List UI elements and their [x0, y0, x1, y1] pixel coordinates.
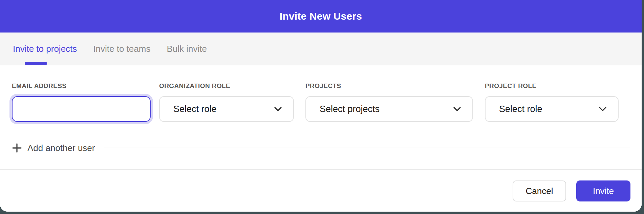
projects-value: Select projects — [320, 104, 380, 114]
cancel-button[interactable]: Cancel — [513, 180, 566, 201]
add-another-user-button[interactable]: Add another user — [12, 143, 95, 153]
tab-invite-to-teams[interactable]: Invite to teams — [93, 44, 150, 54]
project-role-select[interactable]: Select role — [485, 96, 619, 122]
email-address-input[interactable] — [12, 96, 151, 122]
screen-backdrop: Invite New Users Invite to projects Invi… — [0, 0, 644, 214]
email-address-field-group: EMAIL ADDRESS — [12, 82, 151, 122]
organization-role-value: Select role — [173, 104, 217, 114]
projects-select[interactable]: Select projects — [305, 96, 473, 122]
organization-role-field-group: ORGANIZATION ROLE Select role — [159, 82, 294, 122]
dialog-header: Invite New Users — [0, 0, 642, 33]
add-another-user-label: Add another user — [27, 143, 95, 153]
tab-invite-to-projects[interactable]: Invite to projects — [13, 44, 77, 54]
chevron-down-icon — [274, 107, 282, 111]
email-address-label: EMAIL ADDRESS — [12, 82, 151, 90]
dialog-footer: Cancel Invite — [0, 169, 642, 212]
invite-button[interactable]: Invite — [576, 180, 630, 201]
form-area: EMAIL ADDRESS ORGANIZATION ROLE Select r… — [0, 65, 642, 169]
project-role-value: Select role — [499, 104, 542, 114]
tab-bar: Invite to projects Invite to teams Bulk … — [0, 33, 642, 65]
chevron-down-icon — [453, 107, 461, 111]
organization-role-select[interactable]: Select role — [159, 96, 294, 122]
plus-icon — [12, 143, 22, 153]
projects-label: PROJECTS — [305, 82, 473, 90]
chevron-down-icon — [599, 107, 606, 111]
active-tab-indicator — [25, 62, 47, 65]
horizontal-divider — [104, 148, 630, 148]
project-role-label: PROJECT ROLE — [485, 82, 619, 90]
dialog-title: Invite New Users — [280, 10, 362, 22]
add-another-user-row: Add another user — [12, 142, 630, 154]
projects-field-group: PROJECTS Select projects — [305, 82, 473, 122]
tab-bulk-invite[interactable]: Bulk invite — [167, 44, 207, 54]
project-role-field-group: PROJECT ROLE Select role — [485, 82, 619, 122]
invite-new-users-dialog: Invite New Users Invite to projects Invi… — [0, 0, 642, 212]
organization-role-label: ORGANIZATION ROLE — [159, 82, 294, 90]
